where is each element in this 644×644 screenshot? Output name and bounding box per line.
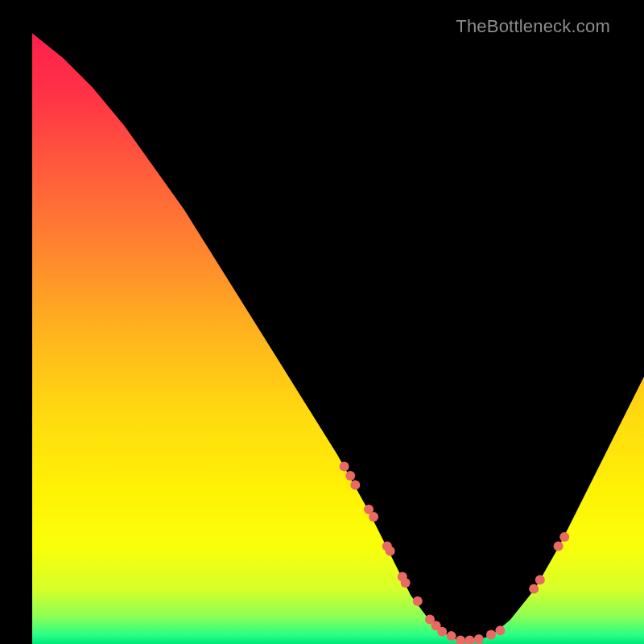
data-point [486,630,496,640]
data-point [447,631,456,641]
plot-area [32,32,644,644]
data-point [437,627,447,637]
chart-frame: TheBottleneck.com [16,16,628,628]
data-point [386,546,395,555]
data-point [474,634,484,644]
data-point [535,575,545,584]
watermark-text: TheBottleneck.com [456,16,610,37]
data-point [401,578,411,588]
data-point [495,625,505,635]
data-point [340,462,349,472]
chart-svg [32,32,644,644]
data-point [464,635,474,644]
data-point [345,471,355,481]
data-point [456,635,465,644]
data-point [350,480,360,489]
data-point [559,532,569,542]
data-point [554,541,564,551]
data-point [369,512,378,522]
data-point [529,584,539,594]
data-point [413,597,423,606]
